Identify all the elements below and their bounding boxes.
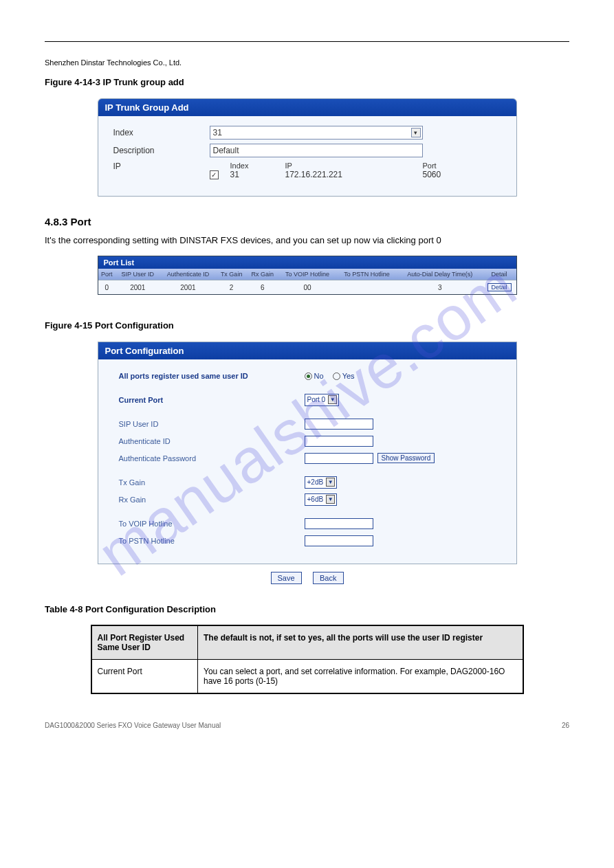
- figure-caption-1: Figure 4-14-3 IP Trunk group add: [45, 76, 569, 89]
- col-port: Port: [423, 162, 464, 170]
- label-description: Description: [113, 146, 210, 155]
- label-auth-id: Authenticate ID: [119, 437, 305, 445]
- chevron-down-icon: ▼: [326, 478, 335, 487]
- td-rx-gain: 6: [247, 280, 278, 295]
- back-button[interactable]: Back: [313, 572, 343, 584]
- td-port: 0: [98, 280, 116, 295]
- rx-gain-select[interactable]: +6dB ▼: [305, 493, 338, 506]
- td-autodial: 3: [397, 280, 483, 295]
- description-value: Default: [213, 146, 239, 155]
- to-pstn-input[interactable]: [305, 535, 373, 546]
- to-voip-input[interactable]: [305, 518, 373, 529]
- label-index: Index: [113, 128, 210, 137]
- label-to-pstn: To PSTN Hotline: [119, 537, 305, 545]
- tx-gain-select[interactable]: +2dB ▼: [305, 476, 338, 489]
- ip-row-checkbox[interactable]: ✓: [210, 170, 219, 179]
- th-auth-id: Authenticate ID: [160, 269, 216, 280]
- save-button[interactable]: Save: [271, 572, 302, 584]
- portconf-title: Port Configuration: [98, 342, 516, 359]
- section-port-title: 4.8.3 Port: [45, 216, 569, 227]
- radio-no-label: No: [314, 372, 324, 380]
- expl-c2: You can select a port, and set correlati…: [198, 660, 523, 694]
- col-ip: IP: [285, 162, 423, 170]
- section-port-text: It's the corresponding setting with DINS…: [45, 234, 569, 247]
- description-input[interactable]: Default: [210, 144, 423, 157]
- ip-row-port: 5060: [423, 170, 464, 179]
- td-sip-user-id: 2001: [116, 280, 160, 295]
- th-rx-gain: Rx Gain: [247, 269, 278, 280]
- th-sip-user-id: SIP User ID: [116, 269, 160, 280]
- label-all-ports: All ports register used same user ID: [119, 372, 305, 380]
- chevron-down-icon: ▾: [411, 128, 421, 137]
- ip-trunk-group-add-panel: IP Trunk Group Add Index 31 ▾ Descriptio…: [98, 98, 517, 197]
- portlist-row: 0 2001 2001 2 6 00 3 Detail: [98, 280, 516, 295]
- portlist-table: Port SIP User ID Authenticate ID Tx Gain…: [98, 269, 516, 294]
- panel1-title: IP Trunk Group Add: [98, 99, 516, 116]
- expl-h1: All Port Register Used Same User ID: [91, 625, 198, 660]
- th-autodial: Auto-Dial Delay Time(s): [397, 269, 483, 280]
- radio-yes[interactable]: [333, 372, 340, 380]
- port-list-panel: Port List Port SIP User ID Authenticate …: [98, 256, 517, 295]
- ip-row-index: 31: [230, 170, 285, 179]
- th-detail: Detail: [483, 269, 516, 280]
- port-configuration-panel: Port Configuration All ports register us…: [98, 342, 517, 564]
- portlist-title: Port List: [98, 256, 516, 269]
- expl-c1: The default is not, if set to yes, all t…: [198, 625, 523, 660]
- header-company: Shenzhen Dinstar Technologies Co., Ltd.: [45, 58, 569, 67]
- current-port-value: Port 0: [307, 396, 326, 403]
- th-tx-gain: Tx Gain: [216, 269, 246, 280]
- footer-left: DAG1000&2000 Series FXO Voice Gateway Us…: [45, 722, 221, 729]
- index-select-value: 31: [213, 128, 222, 137]
- chevron-down-icon: ▼: [326, 495, 335, 504]
- td-auth-id: 2001: [160, 280, 216, 295]
- radio-yes-label: Yes: [342, 372, 355, 380]
- radio-no[interactable]: [305, 372, 312, 380]
- td-to-pstn: [336, 280, 397, 295]
- td-to-voip: 00: [278, 280, 337, 295]
- label-sip-user-id: SIP User ID: [119, 420, 305, 428]
- th-to-voip: To VOIP Hotline: [278, 269, 337, 280]
- figure-caption-2: Figure 4-15 Port Configuration: [45, 320, 569, 332]
- tx-gain-value: +2dB: [307, 478, 324, 486]
- ip-row-ip: 172.16.221.221: [285, 170, 423, 179]
- expl-h2: Current Port: [91, 660, 198, 694]
- label-tx-gain: Tx Gain: [119, 478, 305, 487]
- detail-button[interactable]: Detail: [487, 283, 512, 291]
- show-password-button[interactable]: Show Password: [377, 453, 435, 463]
- sip-user-id-input[interactable]: [305, 419, 373, 430]
- label-rx-gain: Rx Gain: [119, 496, 305, 504]
- rx-gain-value: +6dB: [307, 496, 324, 503]
- auth-id-input[interactable]: [305, 436, 373, 447]
- top-rule: [45, 41, 569, 42]
- label-ip: IP: [113, 162, 210, 171]
- index-select[interactable]: 31 ▾: [210, 126, 423, 140]
- label-current-port: Current Port: [119, 396, 305, 404]
- chevron-down-icon: ▼: [328, 395, 337, 404]
- footer-right: 26: [562, 722, 569, 729]
- label-to-voip: To VOIP Hotline: [119, 520, 305, 528]
- explanation-table: All Port Register Used Same User ID The …: [91, 625, 524, 694]
- current-port-select[interactable]: Port 0 ▼: [305, 394, 340, 406]
- th-to-pstn: To PSTN Hotline: [336, 269, 397, 280]
- col-index: Index: [230, 162, 285, 170]
- label-auth-pw: Authenticate Password: [119, 454, 305, 463]
- td-tx-gain: 2: [216, 280, 246, 295]
- expl-table-caption: Table 4-8 Port Configuration Description: [45, 603, 569, 616]
- auth-pw-input[interactable]: [305, 453, 373, 464]
- th-port: Port: [98, 269, 116, 280]
